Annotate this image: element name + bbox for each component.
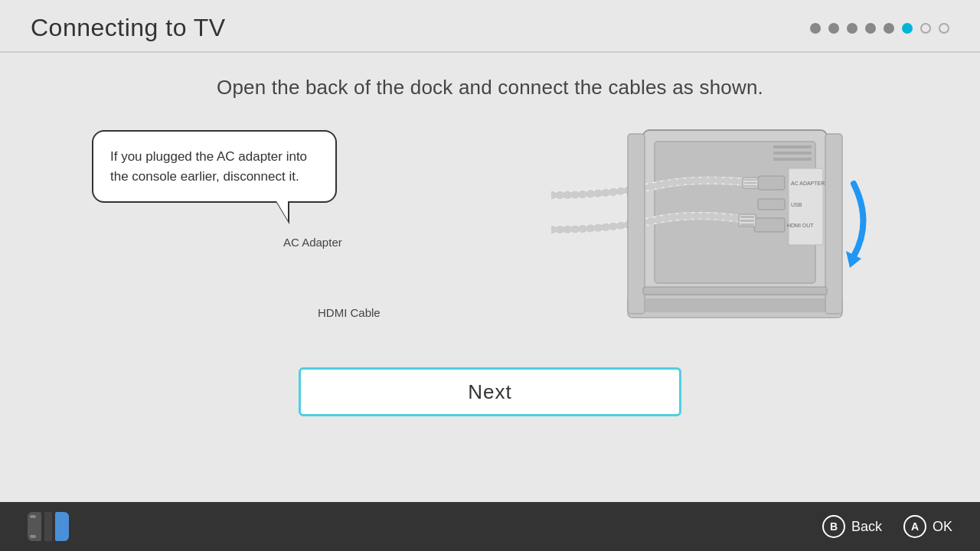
dot-7 xyxy=(920,23,931,34)
next-button[interactable]: Next xyxy=(299,367,681,416)
svg-rect-8 xyxy=(754,218,785,232)
joycon-body xyxy=(44,512,52,541)
svg-text:HDMI OUT: HDMI OUT xyxy=(787,223,814,228)
svg-rect-4 xyxy=(758,176,785,190)
header: Connecting to TV xyxy=(0,0,980,51)
svg-rect-16 xyxy=(744,185,756,187)
joycon-icon xyxy=(28,512,69,541)
joycon-left xyxy=(28,512,41,541)
svg-rect-18 xyxy=(740,216,754,218)
progress-dots xyxy=(810,23,949,34)
instruction-text: Open the back of the dock and connect th… xyxy=(46,76,934,99)
footer: B Back A OK xyxy=(0,502,980,551)
dot-5 xyxy=(884,23,894,34)
button-area: Next xyxy=(46,367,934,416)
svg-rect-23 xyxy=(628,134,645,314)
svg-rect-12 xyxy=(773,158,812,161)
svg-rect-15 xyxy=(744,182,756,184)
ac-adapter-label: AC Adapter xyxy=(283,236,342,249)
dot-4 xyxy=(865,23,876,34)
dot-8 xyxy=(939,23,949,34)
hdmi-cable-label: HDMI Cable xyxy=(318,306,381,319)
page-title: Connecting to TV xyxy=(31,14,226,42)
dot-6-active xyxy=(902,23,913,34)
back-label: Back xyxy=(851,519,882,535)
svg-rect-14 xyxy=(744,179,756,181)
dot-1 xyxy=(810,23,821,34)
svg-text:AC ADAPTER: AC ADAPTER xyxy=(791,181,825,186)
svg-rect-11 xyxy=(773,152,812,155)
svg-rect-10 xyxy=(773,145,812,148)
svg-rect-24 xyxy=(825,134,842,314)
svg-text:USB: USB xyxy=(791,202,802,207)
dot-2 xyxy=(828,23,839,34)
back-button[interactable]: B Back xyxy=(822,515,882,538)
svg-rect-25 xyxy=(643,287,827,295)
b-button-icon: B xyxy=(822,515,845,538)
speech-bubble-text: If you plugged the AC adapter into the c… xyxy=(110,149,307,184)
svg-rect-6 xyxy=(758,199,785,210)
svg-rect-19 xyxy=(740,220,754,222)
svg-rect-20 xyxy=(740,223,754,226)
a-button-icon: A xyxy=(903,515,926,538)
joycon-right xyxy=(55,512,69,541)
footer-buttons: B Back A OK xyxy=(822,515,952,538)
ok-label: OK xyxy=(933,519,952,535)
dock-illustration: AC ADAPTER USB HDMI OUT xyxy=(551,122,873,337)
main-content: Open the back of the dock and connect th… xyxy=(0,53,980,416)
svg-rect-22 xyxy=(639,298,831,312)
ok-button[interactable]: A OK xyxy=(903,515,952,538)
diagram-area: If you plugged the AC adapter into the c… xyxy=(46,122,934,344)
dot-3 xyxy=(847,23,858,34)
speech-bubble: If you plugged the AC adapter into the c… xyxy=(92,130,337,203)
